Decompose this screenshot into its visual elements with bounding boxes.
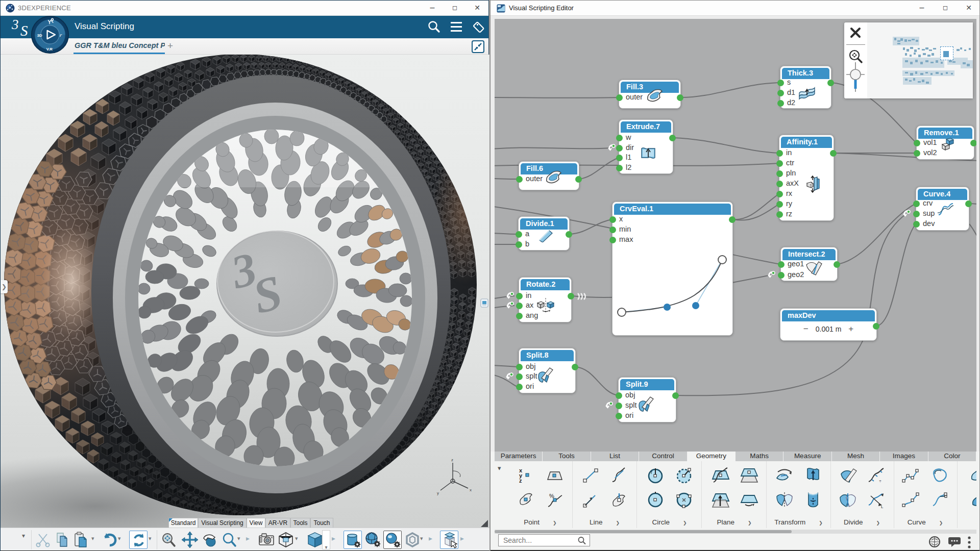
svg-text:r: r <box>651 470 652 475</box>
svg-text:3: 3 <box>11 17 19 32</box>
svg-text:z: z <box>519 478 522 484</box>
svg-text:y: y <box>437 491 439 495</box>
svg-text:z: z <box>451 458 453 462</box>
svg-text:x: x <box>470 488 472 492</box>
svg-text:r: r <box>679 469 681 474</box>
svg-text:%: % <box>549 493 554 499</box>
svg-text:L: L <box>881 505 884 509</box>
svg-text:S: S <box>20 22 28 39</box>
svg-text:3D: 3D <box>37 33 42 38</box>
svg-text:÷: ÷ <box>879 479 881 484</box>
svg-text:V.R: V.R <box>46 47 53 52</box>
